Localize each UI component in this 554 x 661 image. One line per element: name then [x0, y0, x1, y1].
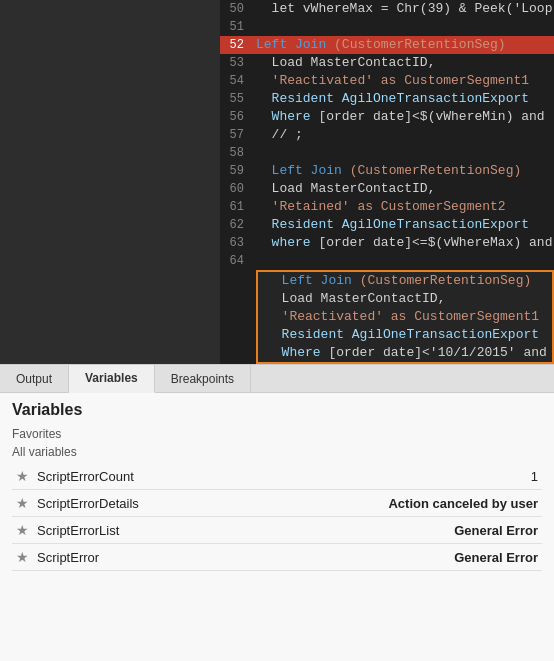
kw-overlay-1: Left Join: [266, 273, 352, 288]
code-line-59: 59 Left Join (CustomerRetentionSeg): [220, 162, 554, 180]
line-number-57: 57: [220, 126, 252, 144]
paren-overlay-1: (CustomerRetentionSeg): [360, 273, 532, 288]
line-number-53: 53: [220, 54, 252, 72]
code-line-55: 55 Resident AgilOneTransactionExport: [220, 90, 554, 108]
line-number-60: 60: [220, 180, 252, 198]
var-star-3: ★: [12, 517, 33, 544]
str-overlay-3: 'Reactivated' as CustomerSegment1: [266, 309, 539, 324]
tab-output[interactable]: Output: [0, 365, 69, 392]
kw-62: Resident AgilOneTransactionExport: [256, 217, 529, 232]
line-number-63: 63: [220, 234, 252, 252]
paren-content-52: (CustomerRetentionSeg): [334, 37, 506, 52]
section-allvars: All variables: [12, 445, 542, 459]
overlay-line-5: Where [order date]<'10/1/2015' and: [258, 344, 552, 362]
var-star-2: ★: [12, 490, 33, 517]
code-line-50: 50 let vWhereMax = Chr(39) & Peek('Loop: [220, 0, 554, 18]
line-content-59: Left Join (CustomerRetentionSeg): [252, 162, 554, 180]
overlay-line-1: Left Join (CustomerRetentionSeg): [258, 272, 552, 290]
line-number-62: 62: [220, 216, 252, 234]
txt-63: [order date]<=$(vWhereMax) and: [311, 235, 553, 250]
panel-content: Variables Favorites All variables ★ Scri…: [0, 393, 554, 661]
left-panel: [0, 0, 220, 364]
var-row-scripterrordetails: ★ ScriptErrorDetails Action canceled by …: [12, 490, 542, 517]
code-line-58: 58: [220, 144, 554, 162]
line-number-51: 51: [220, 18, 252, 36]
var-value-2: Action canceled by user: [242, 490, 542, 517]
star-icon-3: ★: [16, 522, 29, 538]
line-number-54: 54: [220, 72, 252, 90]
tab-variables-label: Variables: [85, 371, 138, 385]
line-content-50: let vWhereMax = Chr(39) & Peek('Loop: [252, 0, 554, 18]
overlay-line-3: 'Reactivated' as CustomerSegment1: [258, 308, 552, 326]
code-line-52: 52 Left Join (CustomerRetentionSeg): [220, 36, 554, 54]
code-line-54: 54 'Reactivated' as CustomerSegment1: [220, 72, 554, 90]
variables-table: ★ ScriptErrorCount 1 ★ ScriptErrorDetail…: [12, 463, 542, 571]
overlay-content-5: Where [order date]<'10/1/2015' and: [258, 344, 552, 362]
line-content-62: Resident AgilOneTransactionExport: [252, 216, 554, 234]
overlay-content-4: Resident AgilOneTransactionExport: [258, 326, 552, 344]
code-line-51: 51: [220, 18, 554, 36]
overlay-content-3: 'Reactivated' as CustomerSegment1: [258, 308, 552, 326]
code-line-60: 60 Load MasterContactID,: [220, 180, 554, 198]
overlay-content-2: Load MasterContactID,: [258, 290, 552, 308]
line-number-64: 64: [220, 252, 252, 270]
star-icon-4: ★: [16, 549, 29, 565]
var-name-1: ScriptErrorCount: [33, 463, 242, 490]
var-value-4: General Error: [242, 544, 542, 571]
line-number-58: 58: [220, 144, 252, 162]
code-line-56: 56 Where [order date]<$(vWhereMin) and: [220, 108, 554, 126]
kw-55: Resident AgilOneTransactionExport: [256, 91, 529, 106]
code-line-57: 57 // ;: [220, 126, 554, 144]
code-line-64: 64: [220, 252, 554, 270]
line-number-52: 52: [220, 36, 252, 54]
code-line-61: 61 'Retained' as CustomerSegment2: [220, 198, 554, 216]
txt-56: [order date]<$(vWhereMin) and: [311, 109, 545, 124]
code-line-53: 53 Load MasterContactID,: [220, 54, 554, 72]
tab-output-label: Output: [16, 372, 52, 386]
line-content-52: Left Join (CustomerRetentionSeg): [252, 36, 554, 54]
line-content-55: Resident AgilOneTransactionExport: [252, 90, 554, 108]
kw-where-56: Where: [256, 109, 311, 124]
tab-bar: Output Variables Breakpoints: [0, 365, 554, 393]
kw-where-63: where: [256, 235, 311, 250]
section-favorites: Favorites: [12, 427, 542, 441]
txt-overlay-5: [order date]<'10/1/2015' and: [321, 345, 547, 360]
line-content-63: where [order date]<=$(vWhereMax) and: [252, 234, 554, 252]
str-61: 'Retained' as CustomerSegment2: [256, 199, 506, 214]
panel-title: Variables: [12, 401, 542, 419]
line-content-61: 'Retained' as CustomerSegment2: [252, 198, 554, 216]
code-line-63: 63 where [order date]<=$(vWhereMax) and: [220, 234, 554, 252]
code-area: 50 let vWhereMax = Chr(39) & Peek('Loop …: [220, 0, 554, 364]
kw-where-overlay: Where: [266, 345, 321, 360]
line-content-54: 'Reactivated' as CustomerSegment1: [252, 72, 554, 90]
var-name-2: ScriptErrorDetails: [33, 490, 242, 517]
str-54: 'Reactivated' as CustomerSegment1: [256, 73, 529, 88]
overlay-line-2: Load MasterContactID,: [258, 290, 552, 308]
var-row-scripterrorcount: ★ ScriptErrorCount 1: [12, 463, 542, 490]
line-number-61: 61: [220, 198, 252, 216]
var-name-3: ScriptErrorList: [33, 517, 242, 544]
line-content-53: Load MasterContactID,: [252, 54, 554, 72]
line-content-56: Where [order date]<$(vWhereMin) and: [252, 108, 554, 126]
code-line-62: 62 Resident AgilOneTransactionExport: [220, 216, 554, 234]
line-number-59: 59: [220, 162, 252, 180]
var-value-3: General Error: [242, 517, 542, 544]
paren-59: (CustomerRetentionSeg): [350, 163, 522, 178]
line-number-50: 50: [220, 0, 252, 18]
keyword-leftjoin: Left Join: [256, 37, 326, 52]
tab-breakpoints[interactable]: Breakpoints: [155, 365, 251, 392]
var-row-scripterrorlist: ★ ScriptErrorList General Error: [12, 517, 542, 544]
kw-leftjoin-59: Left Join: [256, 163, 342, 178]
tab-variables[interactable]: Variables: [69, 365, 155, 393]
debug-overlay: Left Join (CustomerRetentionSeg) Load Ma…: [256, 270, 554, 364]
star-icon-1: ★: [16, 468, 29, 484]
overlay-line-4: Resident AgilOneTransactionExport: [258, 326, 552, 344]
var-name-4: ScriptError: [33, 544, 242, 571]
var-row-scripterror: ★ ScriptError General Error: [12, 544, 542, 571]
overlay-content-1: Left Join (CustomerRetentionSeg): [258, 272, 552, 290]
var-star-1: ★: [12, 463, 33, 490]
var-star-4: ★: [12, 544, 33, 571]
line-content-57: // ;: [252, 126, 554, 144]
line-number-55: 55: [220, 90, 252, 108]
bottom-panel: Output Variables Breakpoints Variables F…: [0, 364, 554, 661]
